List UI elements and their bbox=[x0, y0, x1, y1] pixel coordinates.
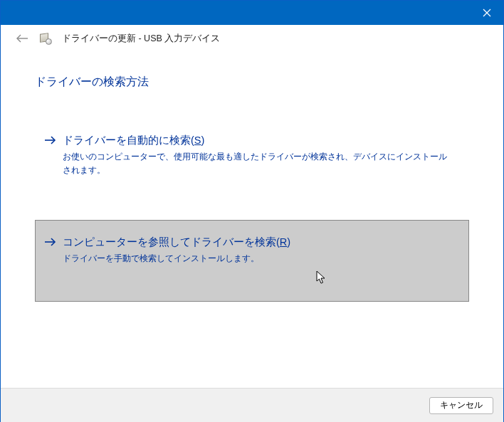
accelerator-key: R bbox=[280, 236, 287, 248]
option-title: ドライバーを自動的に検索(S) bbox=[63, 133, 456, 147]
content-area: ドライバーの検索方法 ドライバーを自動的に検索(S) お使いのコンピューターで、… bbox=[1, 52, 503, 316]
back-button[interactable] bbox=[15, 31, 29, 46]
dialog-footer: キャンセル bbox=[1, 388, 503, 422]
dialog-header: ドライバーの更新 - USB 入力デバイス bbox=[1, 25, 503, 52]
back-arrow-icon bbox=[16, 33, 28, 43]
accelerator-key: S bbox=[194, 134, 201, 146]
option-search-automatically[interactable]: ドライバーを自動的に検索(S) お使いのコンピューターで、使用可能な最も適したド… bbox=[35, 122, 469, 189]
option-description: ドライバーを手動で検索してインストールします。 bbox=[63, 252, 456, 265]
option-description: お使いのコンピューターで、使用可能な最も適したドライバーが検索され、デバイスにイ… bbox=[63, 150, 456, 177]
arrow-right-icon bbox=[44, 237, 57, 250]
close-icon bbox=[483, 9, 491, 17]
title-bar bbox=[1, 1, 503, 25]
dialog-title: ドライバーの更新 - USB 入力デバイス bbox=[62, 33, 220, 45]
close-button[interactable] bbox=[471, 1, 503, 25]
option-title-pre: ドライバーを自動的に検索( bbox=[63, 134, 194, 146]
option-title: コンピューターを参照してドライバーを検索(R) bbox=[63, 235, 456, 249]
option-browse-computer[interactable]: コンピューターを参照してドライバーを検索(R) ドライバーを手動で検索してインス… bbox=[35, 220, 469, 302]
option-title-post: ) bbox=[287, 236, 290, 248]
page-heading: ドライバーの検索方法 bbox=[35, 75, 469, 90]
cancel-button[interactable]: キャンセル bbox=[429, 397, 493, 414]
option-title-pre: コンピューターを参照してドライバーを検索( bbox=[63, 236, 280, 248]
arrow-right-icon bbox=[44, 135, 57, 148]
option-title-post: ) bbox=[201, 134, 205, 146]
driver-package-icon bbox=[39, 32, 52, 45]
